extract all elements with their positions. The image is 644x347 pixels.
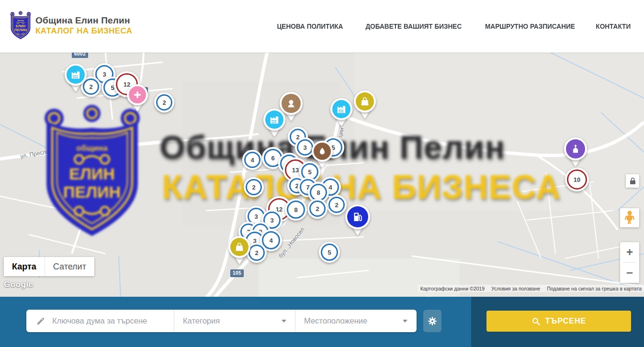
map-type-map-button[interactable]: Карта [4,257,45,276]
chevron-down-icon [403,320,407,323]
attribution-terms-link[interactable]: Условия за ползване [491,286,540,291]
nav-route-schedule[interactable]: МАРШРУТНО РАЗПИСАНИЕ [485,22,575,30]
search-bar: Категория Местоположение [0,297,644,347]
keyword-field[interactable] [26,310,174,332]
nav-contacts[interactable]: КОНТАКТИ [596,22,631,30]
search-fields: Категория Местоположение [26,310,417,332]
factory-icon [67,66,85,84]
plus-icon [129,86,146,103]
cluster-marker[interactable]: 10 [565,168,589,191]
cluster-count: 2 [255,249,258,257]
plus-pin-marker[interactable] [127,84,148,105]
zoom-control: + − [620,242,639,283]
cluster-count: 13 [292,167,299,174]
svg-text:ЕЛИН: ЕЛИН [16,24,25,28]
lock-scroll-button[interactable] [626,174,639,188]
zoom-in-button[interactable]: + [620,242,639,262]
fuel-pin-marker[interactable] [345,204,370,229]
main-nav: ЦЕНОВА ПОЛИТИКА ДОБАВЕТЕ ВАШИЯТ БИЗНЕС М… [275,0,632,53]
fuel-icon [347,206,368,227]
map-attribution: Картографски данни ©2019 Условия за полз… [418,285,644,292]
factory-pin-marker[interactable] [65,64,87,86]
map-type-control: Карта Сателит [4,257,94,276]
cluster-marker[interactable]: 2 [327,195,347,215]
cluster-count: 2 [162,99,166,106]
factory-icon [332,100,350,118]
church-pin-marker[interactable] [564,137,587,160]
category-select[interactable]: Категория [174,310,295,332]
bag-icon [356,92,374,111]
cluster-count: 6 [271,155,274,162]
cluster-marker[interactable]: 2 [154,92,174,112]
advanced-settings-button[interactable] [423,310,441,332]
google-logo[interactable]: Google [4,280,34,290]
svg-text:община: община [76,144,108,153]
search-submit-button[interactable]: ТЪРСЕНЕ [486,311,631,332]
attribution-report-link[interactable]: Подаване на сигнал за грешка в картата [547,286,642,291]
keyword-search-input[interactable] [52,316,162,325]
cluster-count: 3 [303,144,306,151]
cluster-marker[interactable]: 8 [285,199,307,221]
cluster-count: 8 [316,189,320,196]
road-number-shield: 6002 [72,53,88,58]
bag-pin-marker[interactable] [354,90,376,112]
cluster-marker[interactable]: 4 [242,150,262,170]
lock-icon [630,178,636,185]
svg-text:община: община [17,20,24,22]
road-number-shield: 105 [230,269,244,277]
street-view-pegman-button[interactable] [620,208,639,227]
cluster-count: 3 [270,217,273,224]
cluster-marker[interactable]: 5 [319,242,340,263]
factory-icon [265,111,283,129]
category-select-value: Категория [183,316,220,325]
watermark-subtitle: КАТАЛОГ НА БИЗНЕСА [162,168,574,206]
gear-icon [427,316,438,326]
cluster-marker[interactable]: 2 [244,177,264,197]
cluster-count: 2 [89,83,92,90]
pencil-icon [36,316,45,326]
nav-pricing-policy[interactable]: ЦЕНОВА ПОЛИТИКА [277,22,343,30]
church-icon [566,139,585,158]
factory-pin-marker[interactable] [263,109,285,131]
app-header: община ЕЛИН ПЕЛИН Община Елин Пелин КАТА… [0,0,644,53]
cluster-count: 5 [308,168,311,176]
location-select[interactable]: Местоположение [295,310,416,332]
cluster-marker[interactable]: 2 [307,199,328,219]
map-type-satellite-button[interactable]: Сателит [45,257,94,276]
cluster-count: 2 [252,184,255,191]
svg-text:ПЕЛИН: ПЕЛИН [14,28,27,32]
cluster-count: 4 [269,237,272,244]
location-select-value: Местоположение [304,316,367,325]
flame-icon [314,143,331,160]
factory-pin-marker[interactable] [330,98,352,120]
cluster-count: 3 [102,71,106,78]
cluster-count: 3 [254,213,258,220]
nav-add-your-business[interactable]: ДОБАВЕТЕ ВАШИЯТ БИЗНЕС [365,22,462,30]
site-logo[interactable]: община ЕЛИН ПЕЛИН Община Елин Пелин КАТА… [10,11,132,40]
zoom-out-button[interactable]: − [620,263,639,283]
pegman-icon [624,211,635,225]
municipality-crest-icon: община ЕЛИН ПЕЛИН [10,11,32,40]
cluster-count: 2 [335,201,338,209]
bag-pin-marker[interactable] [228,236,250,258]
search-button-label: ТЪРСЕНЕ [545,317,586,325]
cluster-count: 4 [328,184,332,191]
search-icon [531,317,541,326]
cluster-count: 8 [294,206,297,213]
bag-icon [230,238,249,256]
site-title: Община Елин Пелин [35,15,132,26]
flame-pin-marker[interactable] [312,141,333,162]
attribution-copyright: Картографски данни ©2019 [420,286,485,291]
watermark-title: Община Елин Пелин [159,128,581,166]
cluster-count: 5 [328,249,331,256]
chevron-down-icon [282,320,286,323]
cluster-count: 10 [574,176,580,183]
watermark-crest: община ЕЛИН ПЕЛИН [41,103,144,239]
cluster-count: 4 [250,157,254,164]
google-map[interactable]: ул. Преславбул. „Новоселции" 6002105 общ… [0,53,644,297]
site-subtitle: КАТАЛОГ НА БИЗНЕСА [35,26,132,36]
svg-text:ПЕЛИН: ПЕЛИН [63,183,121,201]
cluster-count: 2 [316,205,319,213]
svg-text:ЕЛИН: ЕЛИН [69,165,115,183]
